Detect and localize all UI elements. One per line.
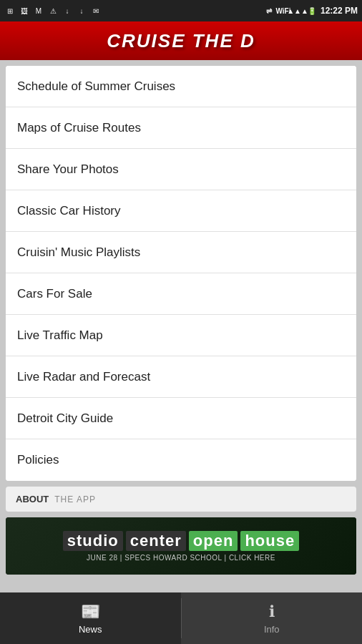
signal-icon: ▲▲▲ — [292, 6, 303, 16]
banner-word-open: open — [189, 531, 238, 551]
banner-bottom: JUNE 28 | SPECS HOWARD SCHOOL | CLICK HE… — [87, 554, 275, 562]
tab-news[interactable]: 📰 News — [0, 592, 181, 644]
alert-icon: ⚠ — [47, 6, 59, 16]
menu-item-label-maps: Maps of Cruise Routes — [17, 121, 141, 135]
menu-item-cars-for-sale[interactable]: Cars For Sale — [6, 273, 356, 315]
main-content: Schedule of Summer CruisesMaps of Cruise… — [0, 60, 362, 592]
menu-item-maps[interactable]: Maps of Cruise Routes — [6, 107, 356, 149]
menu-item-traffic[interactable]: Live Traffic Map — [6, 315, 356, 356]
menu-item-schedule[interactable]: Schedule of Summer Cruises — [6, 66, 356, 107]
app-title: CRUISE THE D — [107, 30, 255, 52]
download-icon: ↓ — [62, 6, 73, 16]
download2-icon: ↓ — [76, 6, 87, 16]
gmail-icon: M — [33, 6, 44, 16]
status-bar: ⊞ 🖼 M ⚠ ↓ ↓ ✉ ⇌ WiFi ▲▲▲ 🔋 12:22 PM — [0, 0, 362, 21]
bottom-nav: 📰 News ℹ Info — [0, 592, 362, 644]
status-right: ⇌ WiFi ▲▲▲ 🔋 12:22 PM — [263, 6, 358, 16]
banner-word-center: center — [126, 531, 186, 551]
news-label: News — [79, 624, 102, 635]
image-icon: 🖼 — [19, 6, 30, 16]
menu-item-label-schedule: Schedule of Summer Cruises — [17, 79, 175, 94]
news-icon: 📰 — [81, 602, 100, 621]
time-display: 12:22 PM — [321, 6, 358, 16]
menu-item-label-policies: Policies — [17, 453, 59, 467]
cast-icon: ⇌ — [263, 6, 275, 16]
about-sublabel: THE APP — [54, 494, 96, 504]
banner-top: studio center open house — [63, 531, 299, 551]
menu-item-city-guide[interactable]: Detroit City Guide — [6, 398, 356, 439]
menu-item-label-photos: Share Your Photos — [17, 162, 119, 177]
menu-card: Schedule of Summer CruisesMaps of Cruise… — [6, 66, 356, 481]
menu-item-label-music: Cruisin' Music Playlists — [17, 245, 140, 260]
about-section: ABOUT THE APP — [6, 487, 356, 512]
menu-item-label-traffic: Live Traffic Map — [17, 328, 103, 343]
about-label: ABOUT — [16, 494, 49, 504]
banner-inner: studio center open house JUNE 28 | SPECS… — [6, 517, 356, 575]
menu-item-music[interactable]: Cruisin' Music Playlists — [6, 232, 356, 273]
tab-info[interactable]: ℹ Info — [182, 592, 363, 644]
add-icon: ⊞ — [4, 6, 16, 16]
app-header: CRUISE THE D — [0, 21, 362, 60]
status-icons: ⊞ 🖼 M ⚠ ↓ ↓ ✉ — [4, 6, 102, 16]
menu-item-history[interactable]: Classic Car History — [6, 190, 356, 232]
menu-item-photos[interactable]: Share Your Photos — [6, 149, 356, 190]
battery-icon: 🔋 — [306, 6, 318, 16]
menu-item-radar[interactable]: Live Radar and Forecast — [6, 356, 356, 398]
banner-ad[interactable]: studio center open house JUNE 28 | SPECS… — [6, 517, 356, 575]
info-icon: ℹ — [269, 602, 275, 621]
menu-item-policies[interactable]: Policies — [6, 439, 356, 481]
menu-item-label-city-guide: Detroit City Guide — [17, 411, 113, 426]
banner-word-studio: studio — [63, 531, 123, 551]
sms-icon: ✉ — [90, 6, 102, 16]
info-label: Info — [264, 624, 280, 635]
menu-item-label-radar: Live Radar and Forecast — [17, 370, 150, 384]
menu-item-label-history: Classic Car History — [17, 204, 121, 218]
banner-word-house: house — [240, 531, 299, 551]
menu-item-label-cars-for-sale: Cars For Sale — [17, 287, 92, 301]
